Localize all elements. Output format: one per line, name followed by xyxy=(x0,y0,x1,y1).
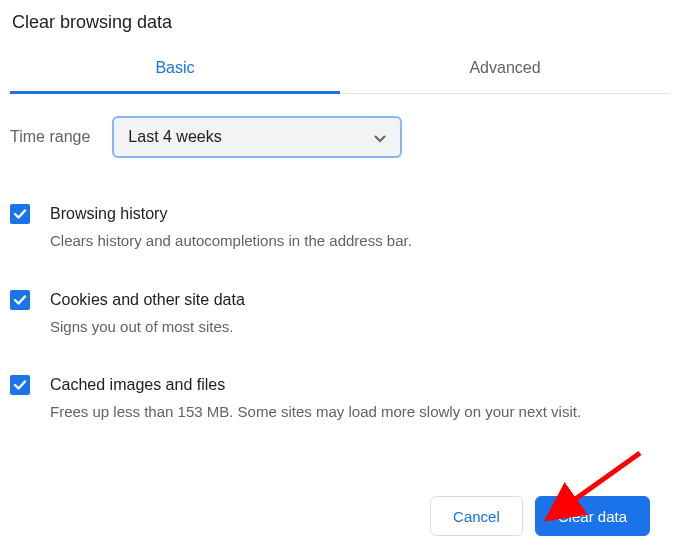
dialog-footer: Cancel Clear data xyxy=(430,496,650,536)
option-desc: Frees up less than 153 MB. Some sites ma… xyxy=(50,397,670,425)
cancel-button[interactable]: Cancel xyxy=(430,496,523,536)
time-range-value: Last 4 weeks xyxy=(128,128,221,146)
time-range-label: Time range xyxy=(10,128,112,146)
tabs: Basic Advanced xyxy=(10,47,670,94)
option-title: Cached images and files xyxy=(50,373,670,397)
clear-data-button[interactable]: Clear data xyxy=(535,496,650,536)
chevron-down-icon xyxy=(374,129,386,146)
option-desc: Clears history and autocompletions in th… xyxy=(50,226,670,254)
time-range-select[interactable]: Last 4 weeks xyxy=(112,116,402,158)
option-desc: Signs you out of most sites. xyxy=(50,312,670,340)
option-body: Cached images and files Frees up less th… xyxy=(50,373,670,425)
options-list: Browsing history Clears history and auto… xyxy=(10,172,670,447)
check-icon xyxy=(13,207,27,221)
option-body: Browsing history Clears history and auto… xyxy=(50,202,670,254)
option-body: Cookies and other site data Signs you ou… xyxy=(50,288,670,340)
option-cookies: Cookies and other site data Signs you ou… xyxy=(10,276,670,362)
tab-advanced[interactable]: Advanced xyxy=(340,47,670,93)
time-range-row: Time range Last 4 weeks xyxy=(10,94,670,172)
option-title: Browsing history xyxy=(50,202,670,226)
dialog-title: Clear browsing data xyxy=(10,10,670,47)
checkbox-browsing-history[interactable] xyxy=(10,204,30,224)
check-icon xyxy=(13,293,27,307)
clear-browsing-data-dialog: Clear browsing data Basic Advanced Time … xyxy=(0,0,680,447)
tab-basic[interactable]: Basic xyxy=(10,47,340,94)
option-cached: Cached images and files Frees up less th… xyxy=(10,361,670,447)
checkbox-cached[interactable] xyxy=(10,375,30,395)
option-browsing-history: Browsing history Clears history and auto… xyxy=(10,190,670,276)
check-icon xyxy=(13,378,27,392)
checkbox-cookies[interactable] xyxy=(10,290,30,310)
option-title: Cookies and other site data xyxy=(50,288,670,312)
